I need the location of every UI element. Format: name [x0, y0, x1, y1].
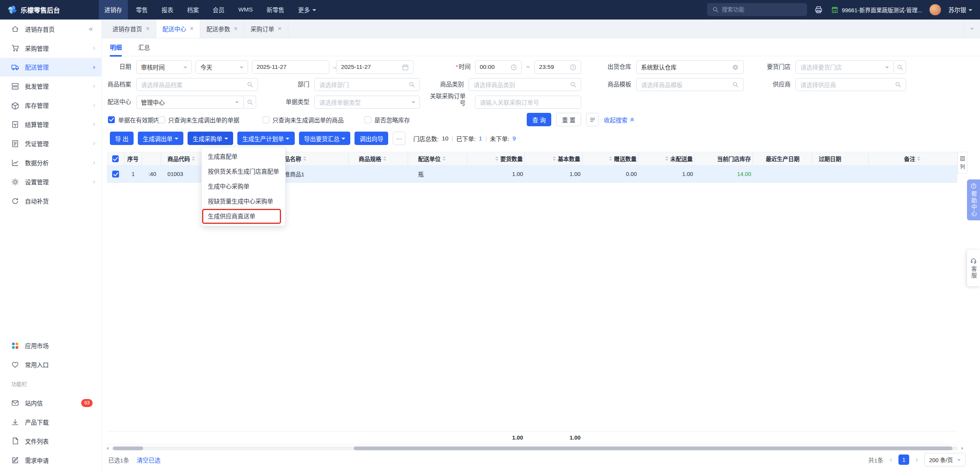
- sort-icon[interactable]: [609, 156, 612, 160]
- sort-icon[interactable]: [303, 156, 306, 160]
- more-actions-button[interactable]: ···: [393, 132, 405, 145]
- checkbox-icon[interactable]: [263, 116, 270, 123]
- sidebar-item-voucher[interactable]: 凭证管理 ›: [0, 134, 101, 153]
- col-remark[interactable]: 备注: [869, 152, 957, 165]
- saved-filters-button[interactable]: [586, 113, 599, 126]
- global-search-input[interactable]: [722, 7, 802, 13]
- top-menu-retail[interactable]: 零售: [130, 0, 153, 20]
- center-select[interactable]: 管理中心: [136, 96, 244, 109]
- sidebar-item-file-list[interactable]: 文件列表: [0, 432, 101, 451]
- date-to-input[interactable]: [341, 64, 400, 70]
- sidebar-item-product-download[interactable]: 产品下载: [0, 412, 101, 432]
- sidebar-item-app-market[interactable]: 应用市场: [0, 336, 101, 355]
- col-expire-date[interactable]: 过期日期: [812, 152, 869, 165]
- col-unit[interactable]: 配送单位: [408, 152, 467, 165]
- sort-icon[interactable]: [383, 156, 386, 160]
- sort-icon[interactable]: [443, 156, 446, 160]
- scroll-left-icon[interactable]: [107, 447, 108, 450]
- center-search-button[interactable]: [244, 96, 256, 109]
- reset-button[interactable]: 重 置: [556, 113, 581, 126]
- top-menu-more[interactable]: 更多: [292, 0, 322, 20]
- sort-icon[interactable]: [553, 156, 556, 160]
- tab-list-button[interactable]: [964, 20, 980, 38]
- app-logo[interactable]: 乐檬零售后台: [8, 5, 60, 15]
- category-input[interactable]: 请选择商品类别: [469, 78, 581, 91]
- col-spec[interactable]: 商品规格: [349, 152, 408, 165]
- clear-selection-link[interactable]: 清空已选: [137, 456, 160, 464]
- date-type-select[interactable]: 审核时间: [136, 60, 192, 73]
- menu-item-supplier-direct-delivery[interactable]: 生成供应商直送单: [202, 209, 286, 224]
- col-store-stock[interactable]: 当前门店库存: [695, 152, 753, 165]
- checkbox-ignore-stock[interactable]: 是否忽略库存: [364, 113, 410, 126]
- tab-delivery-params[interactable]: 配送参数 ×: [200, 20, 244, 38]
- sidebar-item-settlement[interactable]: 结算管理 ›: [0, 115, 101, 134]
- prev-page-button[interactable]: ‹: [890, 456, 892, 464]
- date-to-field[interactable]: [336, 60, 413, 73]
- page-size-select[interactable]: 200 条/页: [924, 453, 966, 466]
- date-from-input[interactable]: [256, 64, 325, 70]
- checkbox-no-transfer-goods[interactable]: 只查询未生成调出单的商品: [263, 113, 344, 126]
- current-page[interactable]: 1: [898, 454, 909, 465]
- col-latest-prod-date[interactable]: 最近生产日期: [753, 152, 812, 165]
- sidebar-item-purchase[interactable]: 采购管理 ›: [0, 39, 101, 58]
- time-to-input[interactable]: [539, 64, 567, 70]
- close-icon[interactable]: ×: [278, 25, 282, 31]
- subtab-summary[interactable]: 汇总: [138, 38, 150, 56]
- time-to-field[interactable]: [534, 60, 581, 73]
- template-input[interactable]: 请选择商品模板: [636, 78, 744, 91]
- clear-icon[interactable]: [732, 64, 739, 71]
- sidebar-item-settings[interactable]: 设置管理 ›: [0, 172, 101, 191]
- doc-type-select[interactable]: 请选择单据类型: [314, 96, 420, 109]
- user-menu[interactable]: 苏尔银: [948, 5, 972, 14]
- col-qty[interactable]: 要货数量: [467, 152, 525, 165]
- query-button[interactable]: 查 询: [527, 113, 551, 126]
- menu-item-center-purchase-by-shortage[interactable]: 按缺货量生成中心采购单: [202, 194, 286, 209]
- transfer-wizard-button[interactable]: 调出向导: [354, 132, 388, 145]
- printer-icon[interactable]: [814, 5, 823, 14]
- tab-delivery-center[interactable]: 配送中心 ×: [156, 20, 200, 38]
- sidebar-item-wholesale[interactable]: 批发管理 ›: [0, 77, 101, 96]
- checkbox-icon[interactable]: [108, 116, 115, 123]
- menu-item-direct-allocation[interactable]: 生成直配单: [202, 149, 286, 164]
- time-from-input[interactable]: [480, 64, 508, 70]
- select-all-cell[interactable]: [107, 152, 124, 165]
- sidebar-item-home[interactable]: 进销存首页 «: [0, 20, 101, 39]
- not-ordered-value[interactable]: 9: [513, 135, 516, 142]
- create-transfer-out-button[interactable]: 生成调出单: [138, 132, 183, 145]
- top-menu-reports[interactable]: 报表: [156, 0, 179, 20]
- time-from-field[interactable]: [475, 60, 522, 73]
- demand-store-select[interactable]: 请选择要货门店: [795, 60, 893, 73]
- date-preset-select[interactable]: 今天: [196, 60, 248, 73]
- sidebar-item-auto-replenish[interactable]: 自动补货: [0, 191, 101, 210]
- select-all-checkbox[interactable]: [112, 155, 119, 162]
- warehouse-select[interactable]: 系统默认仓库: [636, 60, 744, 73]
- sidebar-item-common-entry[interactable]: 常用入口: [0, 355, 101, 374]
- row-checkbox-cell[interactable]: [107, 166, 124, 183]
- export-demand-summary-button[interactable]: 导出要货汇总: [299, 132, 350, 145]
- date-from-field[interactable]: [252, 60, 329, 73]
- collapse-search-link[interactable]: 收起搜索: [604, 113, 635, 126]
- close-icon[interactable]: ×: [146, 25, 150, 31]
- ordered-value[interactable]: 1: [479, 135, 482, 142]
- checkbox-icon[interactable]: [364, 116, 371, 123]
- customer-service-button[interactable]: 客服: [967, 250, 980, 286]
- store-selector[interactable]: 99661-新界面果蔬版测试-管理...: [831, 6, 922, 14]
- department-input[interactable]: 请选择部门: [314, 78, 420, 91]
- export-button[interactable]: 导 出: [110, 132, 133, 145]
- sort-icon[interactable]: [495, 156, 498, 160]
- sidebar-item-analytics[interactable]: 数据分析 ›: [0, 153, 101, 172]
- create-production-plan-button[interactable]: 生成生产计划单: [237, 132, 295, 145]
- po-input-field[interactable]: 请输入关联采购订单号: [475, 96, 581, 109]
- scrollbar-thumb-fixed[interactable]: [113, 446, 143, 450]
- demand-store-search-button[interactable]: [894, 60, 906, 73]
- scrollbar-thumb[interactable]: [354, 446, 952, 450]
- top-menu-inventory[interactable]: 进销存: [99, 0, 128, 20]
- top-menu-archives[interactable]: 档案: [181, 0, 204, 20]
- menu-item-center-purchase[interactable]: 生成中心采购单: [202, 179, 286, 194]
- subtab-detail[interactable]: 明细: [110, 38, 122, 56]
- menu-item-store-direct-by-supply[interactable]: 按供货关系生成门店直配单: [202, 164, 286, 179]
- checkbox-icon[interactable]: [158, 116, 165, 123]
- col-undelivered[interactable]: 未配送量: [639, 152, 695, 165]
- sort-icon[interactable]: [665, 156, 668, 160]
- sidebar-item-delivery[interactable]: 配送管理 ›: [0, 58, 101, 77]
